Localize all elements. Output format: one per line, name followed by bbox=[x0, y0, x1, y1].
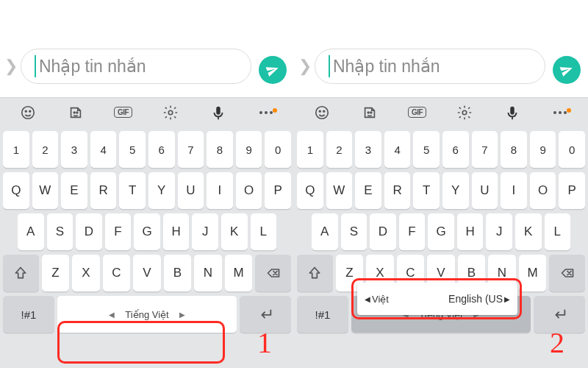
key[interactable]: Y bbox=[148, 172, 175, 209]
key[interactable]: M bbox=[225, 255, 253, 291]
key[interactable]: Q bbox=[3, 172, 29, 209]
svg-point-5 bbox=[169, 110, 173, 115]
key[interactable]: Z bbox=[42, 255, 70, 291]
key[interactable]: 2 bbox=[32, 131, 59, 168]
key[interactable]: J bbox=[486, 213, 512, 250]
expand-icon[interactable]: ❯ bbox=[298, 49, 312, 84]
message-input[interactable]: Nhập tin nhắn bbox=[21, 49, 251, 84]
key[interactable]: F bbox=[399, 213, 426, 250]
shift-key[interactable] bbox=[297, 255, 333, 291]
lang-option-viet[interactable]: ◀ Việt bbox=[365, 294, 389, 305]
key[interactable]: H bbox=[457, 213, 484, 250]
key[interactable]: 0 bbox=[265, 131, 291, 168]
message-input[interactable]: Nhập tin nhắn bbox=[315, 49, 545, 84]
key[interactable]: F bbox=[105, 213, 132, 250]
more-icon[interactable] bbox=[545, 101, 575, 124]
settings-icon[interactable] bbox=[450, 101, 479, 124]
send-button[interactable] bbox=[553, 56, 581, 84]
settings-icon[interactable] bbox=[156, 101, 185, 124]
key[interactable]: S bbox=[341, 213, 368, 250]
more-icon[interactable] bbox=[251, 101, 281, 124]
key[interactable]: W bbox=[326, 172, 353, 209]
key[interactable]: 9 bbox=[236, 131, 262, 168]
key[interactable]: 7 bbox=[472, 131, 498, 168]
key[interactable]: D bbox=[370, 213, 396, 250]
key[interactable]: 2 bbox=[326, 131, 353, 168]
key[interactable]: B bbox=[164, 255, 192, 291]
step-number-2: 2 bbox=[550, 325, 564, 360]
gif-icon[interactable]: GIF bbox=[403, 101, 432, 124]
key[interactable]: R bbox=[384, 172, 411, 209]
key[interactable]: 1 bbox=[297, 131, 323, 168]
svg-point-6 bbox=[316, 106, 329, 118]
backspace-key[interactable] bbox=[255, 255, 291, 291]
sticker-icon[interactable] bbox=[355, 101, 384, 124]
key[interactable]: D bbox=[76, 213, 102, 250]
backspace-key[interactable] bbox=[549, 255, 585, 291]
key[interactable]: Q bbox=[297, 172, 323, 209]
symbols-key[interactable]: !#1 bbox=[297, 296, 348, 333]
key[interactable]: 8 bbox=[207, 131, 233, 168]
key[interactable]: S bbox=[47, 213, 74, 250]
key[interactable]: G bbox=[428, 213, 454, 250]
key[interactable]: L bbox=[251, 213, 277, 250]
key[interactable]: O bbox=[236, 172, 262, 209]
key[interactable]: U bbox=[472, 172, 498, 209]
key[interactable]: T bbox=[413, 172, 440, 209]
key[interactable]: 4 bbox=[90, 131, 117, 168]
emoji-icon[interactable] bbox=[307, 101, 337, 124]
send-button[interactable] bbox=[259, 56, 287, 84]
key[interactable]: 4 bbox=[384, 131, 411, 168]
key[interactable]: V bbox=[133, 255, 161, 291]
key[interactable]: O bbox=[530, 172, 556, 209]
key[interactable]: 5 bbox=[413, 131, 440, 168]
key[interactable]: 0 bbox=[559, 131, 585, 168]
key[interactable]: 3 bbox=[355, 131, 381, 168]
key[interactable]: C bbox=[103, 255, 131, 291]
key[interactable]: P bbox=[265, 172, 291, 209]
key[interactable]: T bbox=[119, 172, 146, 209]
key[interactable]: W bbox=[32, 172, 59, 209]
key[interactable]: I bbox=[207, 172, 233, 209]
key[interactable]: A bbox=[312, 213, 338, 250]
expand-icon[interactable]: ❯ bbox=[4, 49, 18, 84]
text-caret bbox=[329, 55, 330, 77]
key[interactable]: K bbox=[515, 213, 542, 250]
key[interactable]: K bbox=[221, 213, 248, 250]
key[interactable]: G bbox=[134, 213, 160, 250]
key[interactable]: I bbox=[501, 172, 527, 209]
emoji-icon[interactable] bbox=[13, 101, 43, 124]
key[interactable]: E bbox=[355, 172, 381, 209]
key[interactable]: 6 bbox=[442, 131, 469, 168]
key[interactable]: H bbox=[163, 213, 190, 250]
key[interactable]: N bbox=[194, 255, 222, 291]
key[interactable]: M bbox=[519, 255, 547, 291]
shift-key[interactable] bbox=[3, 255, 39, 291]
key[interactable]: E bbox=[61, 172, 87, 209]
key[interactable]: P bbox=[559, 172, 585, 209]
sticker-icon[interactable] bbox=[61, 101, 90, 124]
key[interactable]: 6 bbox=[148, 131, 175, 168]
key[interactable]: 7 bbox=[178, 131, 204, 168]
mic-icon[interactable] bbox=[498, 101, 527, 124]
key[interactable]: R bbox=[90, 172, 117, 209]
gif-icon[interactable]: GIF bbox=[109, 101, 138, 124]
symbols-key[interactable]: !#1 bbox=[3, 296, 54, 333]
key[interactable]: 9 bbox=[530, 131, 556, 168]
lang-option-english[interactable]: English (US ▶ bbox=[448, 293, 510, 305]
mic-icon[interactable] bbox=[204, 101, 233, 124]
key[interactable]: Y bbox=[442, 172, 469, 209]
key[interactable]: U bbox=[178, 172, 204, 209]
key[interactable]: 1 bbox=[3, 131, 29, 168]
message-placeholder: Nhập tin nhắn bbox=[39, 57, 146, 77]
key[interactable]: 3 bbox=[61, 131, 87, 168]
language-popup[interactable]: ◀ Việt English (US ▶ bbox=[357, 283, 517, 315]
key[interactable]: L bbox=[545, 213, 571, 250]
key[interactable]: 5 bbox=[119, 131, 146, 168]
key[interactable]: 8 bbox=[501, 131, 527, 168]
key[interactable]: A bbox=[18, 213, 44, 250]
spacebar[interactable]: ◀ Tiếng Việt ▶ bbox=[57, 296, 237, 333]
svg-point-7 bbox=[320, 110, 321, 112]
key[interactable]: X bbox=[72, 255, 100, 291]
key[interactable]: J bbox=[192, 213, 218, 250]
